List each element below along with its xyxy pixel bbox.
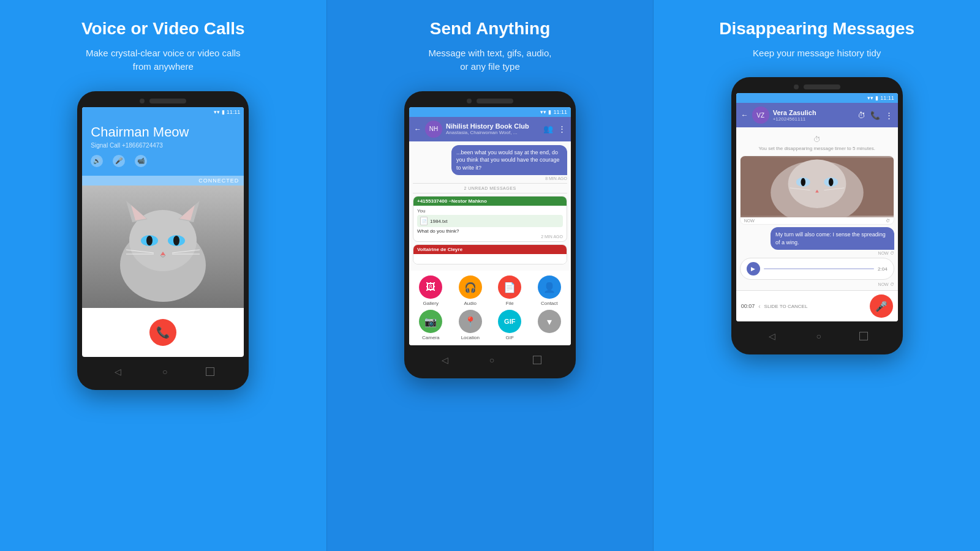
attach-gallery[interactable]: 🖼 Gallery — [413, 276, 449, 306]
mic-button[interactable]: 🎤 — [870, 294, 893, 318]
contact1-time: 2 MIN AGO — [417, 234, 563, 239]
camera-dot-2 — [467, 99, 472, 103]
recording-timer: 00:07 — [741, 303, 755, 309]
call-header-icon[interactable]: 📞 — [870, 111, 880, 120]
mute-icon[interactable]: 🎤 — [113, 155, 125, 167]
back-nav-icon[interactable]: ◁ — [112, 365, 124, 378]
image-message: NOW ⏱ — [740, 156, 894, 225]
attach-location[interactable]: 📍 Location — [453, 310, 489, 340]
file-attach-icon: 📄 — [498, 276, 521, 299]
home-nav-icon-2[interactable]: ○ — [486, 354, 498, 366]
phone-2-nav: ◁ ○ — [409, 351, 571, 369]
gif-label: GIF — [506, 335, 514, 340]
msg-timer-icon: ⏱ — [890, 251, 894, 255]
msg-out-time: 8 MIN AGO — [413, 176, 567, 181]
phone-3: ▾▾ ▮ 11:11 ← VZ Vera Zasulich +120245611… — [731, 77, 903, 354]
back-arrow-icon-3[interactable]: ← — [741, 111, 748, 119]
end-call-button[interactable]: 📞 — [149, 319, 176, 346]
contact-number: +12024561111 — [773, 116, 854, 122]
slide-arrow-icon: ‹ — [758, 303, 760, 310]
status-time-3: 11:11 — [880, 95, 894, 101]
attach-contact[interactable]: 👤 Contact — [532, 276, 568, 306]
camera-label: Camera — [422, 335, 439, 340]
phone-3-nav: ◁ ○ — [736, 328, 898, 345]
group-icon[interactable]: 👥 — [543, 124, 553, 133]
contact-attach-icon: 👤 — [538, 276, 561, 299]
panel-voice-calls: Voice or Video Calls Make crystal-clear … — [0, 0, 326, 551]
battery-icon-2: ▮ — [548, 109, 551, 115]
camera-dot-3 — [794, 84, 799, 89]
audio-time: NOW ⏱ — [740, 282, 894, 287]
attachments-row-1: 🖼 Gallery 🎧 Audio 📄 File 👤 Contact — [409, 271, 571, 309]
slide-cancel-label: SLIDE TO CANCEL — [764, 304, 808, 309]
home-nav-icon[interactable]: ○ — [159, 365, 171, 378]
caller-photo — [82, 186, 244, 308]
panel-2-title: Send Anything — [430, 18, 551, 39]
contact1-you: You — [417, 208, 563, 214]
caller-name: Chairman Meow — [91, 124, 235, 140]
svg-point-9 — [173, 236, 179, 246]
dm-title-area: Vera Zasulich +12024561111 — [773, 109, 854, 122]
contact1-header: +4155337400 ~Nestor Mahkno — [413, 197, 567, 206]
play-button[interactable]: ▶ — [747, 262, 760, 276]
back-nav-icon-2[interactable]: ◁ — [439, 354, 451, 366]
dm-messages: ⏱ You set the disappearing message timer… — [736, 127, 898, 290]
group-avatar: NH — [425, 121, 442, 138]
home-nav-icon-3[interactable]: ○ — [813, 330, 825, 342]
timer-header-icon[interactable]: ⏱ — [858, 111, 865, 120]
audio-progress-bar — [764, 268, 874, 269]
msg-purple-time: NOW ⏱ — [740, 251, 894, 255]
recents-nav-icon-3[interactable] — [859, 332, 868, 340]
panel-disappearing-messages: Disappearing Messages Keep your message … — [654, 0, 980, 551]
status-bar-3: ▾▾ ▮ 11:11 — [736, 93, 898, 103]
status-bar-1: ▾▾ ▮ 11:11 — [82, 107, 244, 117]
unread-divider: 2 UNREAD MESSAGES — [413, 183, 567, 193]
phone-3-screen: ▾▾ ▮ 11:11 ← VZ Vera Zasulich +120245611… — [736, 93, 898, 321]
attach-more[interactable]: ▾ — [532, 310, 568, 340]
video-icon[interactable]: 📹 — [135, 155, 147, 167]
more-icon[interactable]: ⋮ — [558, 124, 566, 133]
audio-icon: 🎧 — [459, 276, 482, 299]
speaker-ctrl-icon[interactable]: 🔊 — [91, 155, 103, 167]
attach-file[interactable]: 📄 File — [492, 276, 528, 306]
svg-point-8 — [146, 236, 153, 246]
chat-header-icons: 👥 ⋮ — [543, 124, 566, 133]
gallery-label: Gallery — [423, 301, 439, 306]
audio-duration: 2:04 — [878, 266, 888, 272]
audio-timer-icon: ⏱ — [890, 282, 894, 287]
phone-1: ▾▾ ▮ 11:11 Chairman Meow Signal Call +18… — [77, 91, 249, 390]
panel-send-anything: Send Anything Message with text, gifs, a… — [326, 0, 654, 551]
panel-1-title: Voice or Video Calls — [81, 18, 245, 39]
panel-1-subtitle: Make crystal-clear voice or video callsf… — [86, 47, 241, 74]
recents-nav-icon-2[interactable] — [533, 356, 541, 364]
attach-gif[interactable]: GIF GIF — [492, 310, 528, 340]
system-message: ⏱ You set the disappearing message timer… — [740, 131, 894, 156]
attach-audio[interactable]: 🎧 Audio — [453, 276, 489, 306]
cat-face — [82, 186, 244, 308]
panel-2-subtitle: Message with text, gifs, audio,or any fi… — [429, 47, 552, 74]
gallery-icon: 🖼 — [419, 276, 442, 299]
battery-icon: ▮ — [222, 109, 225, 115]
message-card-1: +4155337400 ~Nestor Mahkno You 📄 1984.tx… — [413, 196, 567, 242]
phone-2-screen: ▾▾ ▮ 11:11 ← NH Nihilist History Book Cl… — [409, 107, 571, 346]
back-nav-icon-3[interactable]: ◁ — [766, 330, 778, 342]
back-arrow-icon[interactable]: ← — [414, 125, 421, 133]
signal-wifi-icon-2: ▾▾ — [540, 109, 546, 115]
image-footer: NOW ⏱ — [741, 217, 894, 224]
signal-wifi-icon-3: ▾▾ — [867, 95, 873, 101]
image-timer-icon: ⏱ — [886, 219, 890, 223]
recording-bar: 00:07 ‹ SLIDE TO CANCEL 🎤 — [736, 290, 898, 321]
cat-illustration — [108, 192, 218, 302]
svg-point-21 — [829, 178, 834, 186]
contact1-body: You 📄 1984.txt What do you think? 2 MIN … — [413, 206, 567, 241]
recents-nav-icon[interactable] — [206, 367, 214, 376]
phone-2-top — [409, 99, 571, 103]
file-icon: 📄 — [420, 217, 428, 225]
more-header-icon[interactable]: ⋮ — [885, 111, 893, 120]
contact-avatar: VZ — [752, 107, 769, 124]
dm-chat-header: ← VZ Vera Zasulich +12024561111 ⏱ 📞 ⋮ — [736, 103, 898, 127]
call-header: Chairman Meow Signal Call +18666724473 🔊… — [82, 117, 244, 176]
signal-wifi-icon: ▾▾ — [214, 109, 220, 115]
attach-camera[interactable]: 📷 Camera — [413, 310, 449, 340]
connected-bar: CONNECTED — [82, 176, 244, 186]
